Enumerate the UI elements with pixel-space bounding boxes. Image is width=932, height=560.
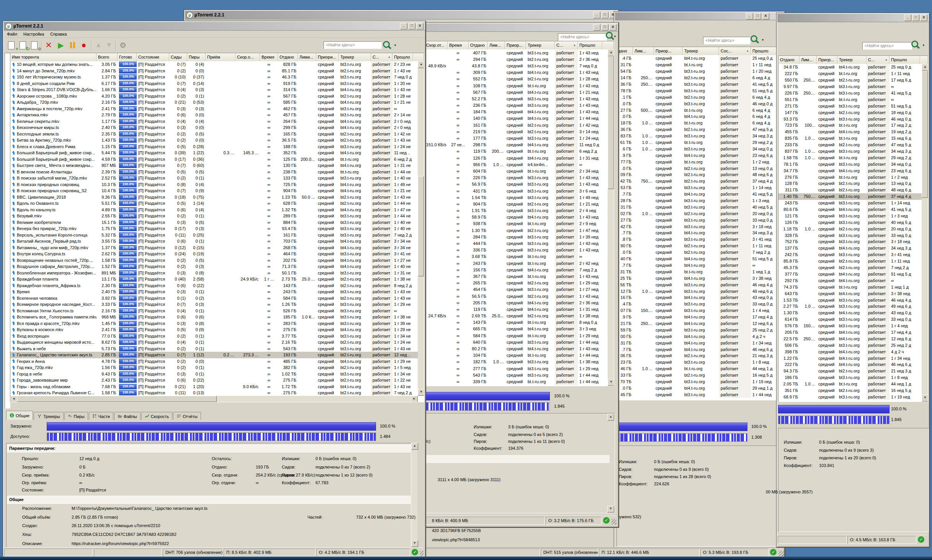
taskbar[interactable] (0, 557, 932, 560)
minimize-button[interactable]: _ (593, 24, 600, 31)
search-dropdown-icon[interactable]: ▼ (922, 44, 925, 47)
torrent-row[interactable]: В поисках забытой магии_720p.mkv2.52 ГБ1… (10, 175, 424, 181)
scroll-down-icon[interactable]: ▼ (922, 395, 928, 402)
torrent-row[interactable]: ∞1.54 ТБсреднийbt3.t-ru.orgработает1 г 4… (425, 194, 614, 201)
torrent-row[interactable]: 28 ГБсреднийbt3.t-ru.orgработает1 г 3 не… (616, 198, 783, 204)
torrent-row[interactable]: 551 ГБсреднийbt.t-ru.orgработает∞ (778, 96, 928, 103)
torrent-row[interactable]: 276 ГБсреднийbt.t-ru.orgработает1 г 2 не… (778, 174, 928, 180)
farright-titlebar[interactable]: _ □ X (777, 14, 929, 22)
torrent-row[interactable]: .4 ГБсреднийbt3.t-ru.orgработает33 нед 0… (616, 301, 783, 307)
column-header-7[interactable]: С...▲ (555, 41, 578, 49)
torrent-row[interactable]: Горы - жизнь над облаками7.68 ГБ100.0%[П… (10, 384, 424, 390)
torrent-row[interactable]: 14 минут до Земли_720p.mkv2.84 ГБ100.0%[… (10, 68, 424, 74)
vertical-scrollbar[interactable]: ▲ ▼ (418, 61, 424, 396)
torrent-row[interactable]: 292 ГБсреднийbt4.t-ru.orgработает∞ (778, 277, 928, 284)
column-header-4[interactable]: Трекер (683, 47, 719, 55)
torrent-row[interactable]: Грозная крепость Ричарда Львиное С...1.5… (10, 390, 424, 396)
column-header-12[interactable]: Приори... (316, 53, 339, 61)
torrent-row[interactable]: 643 ГБсреднийbt4.t-ru.orgработает3 г 38 … (778, 290, 928, 297)
torrent-row[interactable]: Битва за Арктику_720p.mkv1.43 ГБ100.0%[П… (10, 137, 424, 144)
torrent-row[interactable]: 328 ГБсреднийbt3.t-ru.orgработает33 нед … (778, 232, 928, 238)
scroll-thumb[interactable] (608, 56, 614, 189)
torrent-row[interactable]: 147 ГБсреднийbt2.t-ru.orgработает18 нед … (778, 109, 928, 116)
torrent-row[interactable]: Город в небе9.43 ГБ100.0%[П] Раздаётся0 … (10, 371, 424, 377)
torrent-row[interactable]: ∞584 ГБсреднийbt.t-ru.orgработает1 г 29 … (425, 332, 614, 339)
torrent-row[interactable]: Венера без прикрас_720p.mkv1.75 ГБ100.0%… (10, 225, 424, 232)
minimize-button[interactable]: _ (593, 12, 600, 18)
torrent-row[interactable]: 36 ГБсреднийbt2.t-ru.orgработает47 нед 5… (616, 126, 783, 133)
torrent-row[interactable]: 36 ГБ250....среднийbt3.t-ru.orgработает4… (616, 81, 783, 88)
torrent-row[interactable]: 1.58 ТБ1.0 ...среднийbt.t-ru.orgработает… (778, 154, 928, 161)
scroll-thumb[interactable] (418, 176, 424, 276)
torrent-row[interactable]: ∞552 ГБсреднийbt2.t-ru.orgработает1 г 28… (425, 76, 614, 82)
torrent-row[interactable]: 59 ГБсреднийbt3.t-ru.orgработает25 нед 2… (616, 327, 783, 333)
torrent-row[interactable]: .9 ГБсреднийbt4.t-ru.orgработает17 нед 4… (616, 314, 783, 320)
torrent-row[interactable]: Быстрее света_ Мечта о межзвездны...807 … (10, 162, 424, 169)
torrent-row[interactable]: 09 ГБсреднийbt2.t-ru.orgработает48 нед 6… (616, 171, 783, 178)
torrent-row[interactable]: Выдающиеся женщины мировой исто...8.62 Г… (10, 339, 424, 346)
torrent-row[interactable]: ∞205 ГБсреднийbt4.t-ru.orgработает2 г 36… (425, 299, 614, 306)
torrent-row[interactable]: 835 ГБ1.0 ...среднийbt.t-ru.orgработает1… (778, 135, 928, 142)
torrent-row[interactable]: ∞904 ГБсреднийbt2.t-ru.orgработает1 г 21… (425, 201, 614, 207)
torrent-row[interactable]: ∞454 ГБсреднийbt3.t-ru.orgработает1 г 27… (425, 286, 614, 293)
torrent-row[interactable]: ∞604 ГБсреднийbt.t-ru.orgработает2 г 34 … (425, 168, 614, 174)
torrent-row[interactable]: Выжить в небе5.73 ГБ100.0%[П] Раздаётся0… (10, 346, 424, 352)
torrent-row[interactable]: 68.9 ГБсреднийbt3.t-ru.orgработает1 г 19… (778, 393, 928, 400)
column-header-6[interactable]: Прошло (889, 56, 920, 64)
minimize-button[interactable]: _ (904, 15, 911, 21)
torrent-row[interactable]: .7 ГБсреднийbt4.t-ru.orgработает46 нед 6… (616, 346, 783, 353)
torrent-row[interactable]: ∞140 ГБсреднийbt4.t-ru.orgработает1 г 44… (425, 115, 614, 122)
torrent-row[interactable]: 9.97 ГБсреднийbt3.t-ru.orgработает∞ (778, 83, 928, 90)
torrent-row[interactable]: Версаль_испытания Короля-солнца5.32 ГБ10… (10, 232, 424, 238)
maximize-button[interactable]: □ (408, 23, 415, 29)
search-input[interactable]: <Найти здесь> (324, 41, 382, 49)
torrent-row[interactable]: .4 ГБсреднийbt4.t-ru.orgработает25 нед 0… (616, 55, 783, 62)
torrent-row[interactable]: 02 ГБ1.0 ...среднийbt2.t-ru.orgработает2… (616, 210, 783, 217)
maximize-button[interactable]: □ (754, 13, 761, 20)
torrent-row[interactable]: Города_завоевавшие мир2.43 ГБ100.0%[П] Р… (10, 377, 424, 384)
scroll-up-icon[interactable]: ▲ (607, 414, 614, 421)
scroll-thumb[interactable] (922, 71, 928, 198)
torrent-row[interactable]: 78 ГБсреднийbt3.t-ru.orgработает51 нед 5… (616, 87, 783, 94)
scroll-up-icon[interactable]: ▲ (608, 49, 614, 56)
close-button[interactable]: X (416, 23, 423, 29)
torrent-row[interactable]: .0 ГБсреднийbt2.t-ru.orgработает13 нед 0… (616, 165, 783, 171)
column-header-5[interactable]: С...▲ (867, 56, 889, 64)
search-icon[interactable] (750, 34, 760, 44)
move-down-icon[interactable]: ▼ (104, 40, 114, 50)
torrent-row[interactable]: Stars & Stripes.2017.DVB.VO(СВ-Дубль...1… (10, 87, 424, 93)
torrent-row[interactable]: ∞243 ГБсреднийbt.t-ru.orgработает2 г 42 … (425, 260, 614, 266)
torrent-row[interactable]: В поисках природных сокровищ_S210.4 ГБ10… (10, 188, 424, 194)
add-from-url-icon[interactable]: ↻ (18, 40, 28, 50)
torrent-row[interactable]: 12 ГБ1.0 ...среднийbt3.t-ru.orgработает4… (616, 288, 783, 294)
torrent-row[interactable]: ∞407 ГБсреднийbt3.t-ru.orgработает1 г 43… (425, 49, 614, 56)
torrent-row[interactable]: 576 ГБ150....среднийbt3.t-ru.orgработает… (778, 323, 928, 329)
scroll-down-icon[interactable]: ▼ (411, 540, 418, 547)
torrent-row[interactable]: BBC. Цивилизации_20189.36 ГБ100.0%[П] Ра… (10, 194, 424, 201)
pause-icon[interactable] (67, 40, 77, 50)
torrent-row[interactable]: 46 ГБ1.0 ...среднийbt.t-ru.orgработает44… (616, 366, 783, 372)
torrent-row[interactable]: Всемирное природное наследие_Кост...3.33… (10, 301, 424, 308)
torrent-row[interactable]: Генрих и Анна4.78 ГБ100.0%[П] Раздаётся0… (10, 358, 424, 365)
details-scrollbar[interactable]: ▲ ▼ (411, 443, 417, 547)
torrent-row[interactable]: 837 ГБ1.0 ...среднийbt3.t-ru.orgработает… (778, 148, 928, 155)
torrent-row[interactable]: ∞108 ГБсреднийbt.t-ru.orgработает1 г 43 … (425, 82, 614, 89)
torrent-row[interactable]: ∞277 ГБсреднийbt3.t-ru.orgработает1 г 29… (425, 365, 614, 372)
torrent-row[interactable]: 242 ГБсреднийbt3.t-ru.orgработает3 г 41 … (778, 251, 928, 258)
torrent-row[interactable]: ∞56.9 ГБсреднийbt3.t-ru.orgработает1 г 4… (425, 181, 614, 188)
column-header-5[interactable]: Сос...▲ (719, 47, 751, 55)
torrent-row[interactable]: 1.22 ГБсреднийbt4.t-ru.orgработает1 г 34… (778, 355, 928, 361)
scroll-left-icon[interactable]: ◄ (10, 396, 17, 402)
tab-Трекеры[interactable]: Трекеры (34, 412, 63, 420)
torrent-row[interactable]: 31 ГБсреднийbt3.t-ru.orgработает40 нед 5… (616, 204, 783, 210)
torrent-row[interactable]: 455 ГБсреднийbt4.t-ru.orgработает19 нед … (778, 129, 928, 135)
torrent-row[interactable]: 151.0 КБ/s27 не...298 ГБсреднийbt4.t-ru.… (425, 142, 614, 148)
column-header-14[interactable]: С...▲ (371, 53, 392, 61)
torrent-row[interactable]: 93.3 ГБсреднийbt3.t-ru.orgработает46 нед… (778, 116, 928, 122)
column-header-1[interactable]: Имя торрента (10, 53, 96, 61)
torrent-row[interactable]: Вселенная человека3.92 ГБ100.0%[П] Разда… (10, 295, 424, 302)
minimize-button[interactable]: _ (746, 13, 753, 20)
column-header-5[interactable]: Сиды (169, 53, 187, 61)
torrent-row[interactable]: 16 ГБсреднийbt4.t-ru.orgработает43 нед 0… (616, 294, 783, 301)
torrent-row[interactable]: ∞161 ГБсреднийbt2.t-ru.orgработает1 г 42… (425, 122, 614, 128)
